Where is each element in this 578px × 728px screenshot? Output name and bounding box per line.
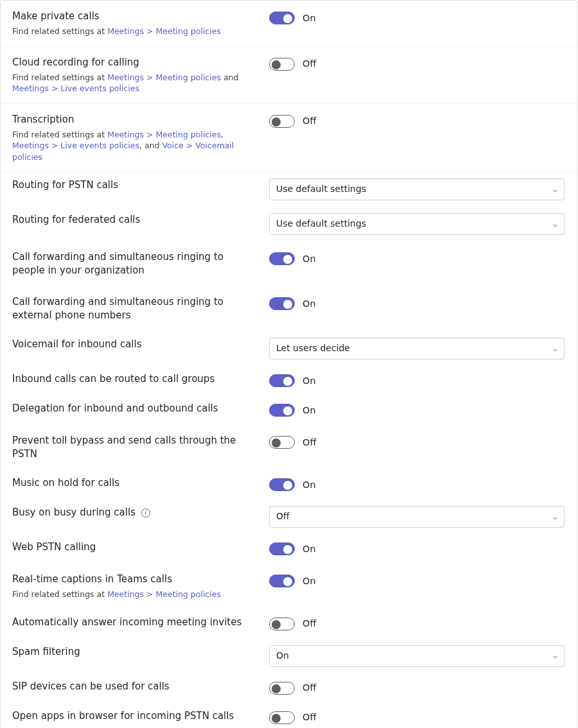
select-busy-on-busy[interactable]: Off ⌵: [269, 506, 565, 528]
select-value: Use default settings: [276, 218, 553, 230]
setting-title: Automatically answer incoming meeting in…: [12, 616, 256, 629]
toggle-state-label: Off: [302, 436, 316, 449]
link-live-events-policies[interactable]: Meetings > Live events policies: [12, 141, 139, 150]
link-meeting-policies[interactable]: Meetings > Meeting policies: [107, 73, 221, 82]
chevron-down-icon: ⌵: [553, 512, 557, 523]
select-value: Off: [276, 510, 553, 523]
setting-hint: Find related settings at Meetings > Meet…: [12, 129, 256, 163]
row-music-on-hold: Music on hold for calls On: [1, 470, 577, 499]
toggle-sip-devices[interactable]: [269, 682, 295, 695]
setting-hint: Find related settings at Meetings > Meet…: [12, 72, 256, 94]
row-busy-on-busy: Busy on busy during calls i Off ⌵: [1, 499, 577, 534]
row-routing-pstn: Routing for PSTN calls Use default setti…: [1, 172, 577, 207]
toggle-realtime-captions[interactable]: [269, 575, 295, 587]
toggle-transcription[interactable]: [269, 115, 295, 128]
row-voicemail-inbound: Voicemail for inbound calls Let users de…: [1, 331, 577, 366]
toggle-web-pstn[interactable]: [269, 542, 295, 555]
setting-title: Make private calls: [12, 10, 256, 23]
row-spam-filtering: Spam filtering On ⌵: [1, 639, 577, 673]
row-auto-answer: Automatically answer incoming meeting in…: [1, 609, 577, 639]
setting-title: Routing for federated calls: [12, 213, 256, 227]
select-value: Let users decide: [276, 342, 553, 355]
toggle-toll-bypass[interactable]: [269, 436, 295, 449]
row-routing-federated: Routing for federated calls Use default …: [1, 207, 577, 241]
row-sip-devices: SIP devices can be used for calls Off: [1, 673, 577, 703]
setting-title: Web PSTN calling: [12, 541, 256, 554]
toggle-state-label: Off: [302, 617, 316, 630]
select-spam-filtering[interactable]: On ⌵: [269, 645, 565, 667]
row-call-groups: Inbound calls can be routed to call grou…: [1, 366, 577, 395]
row-open-apps-browser: Open apps in browser for incoming PSTN c…: [1, 703, 577, 729]
toggle-state-label: On: [302, 374, 316, 387]
setting-title: Call forwarding and simultaneous ringing…: [12, 250, 256, 277]
toggle-open-apps-browser[interactable]: [269, 711, 295, 724]
chevron-down-icon: ⌵: [553, 343, 557, 354]
toggle-state-label: On: [302, 252, 316, 265]
toggle-state-label: On: [302, 575, 316, 587]
toggle-state-label: On: [302, 297, 316, 310]
toggle-call-groups[interactable]: [269, 374, 295, 387]
row-web-pstn: Web PSTN calling On: [1, 534, 577, 564]
setting-title: Real-time captions in Teams calls: [12, 573, 256, 586]
setting-title: Voicemail for inbound calls: [12, 338, 256, 351]
select-routing-pstn[interactable]: Use default settings ⌵: [269, 178, 565, 200]
row-transcription: Transcription Find related settings at M…: [1, 104, 577, 173]
link-meeting-policies[interactable]: Meetings > Meeting policies: [107, 589, 221, 599]
toggle-auto-answer[interactable]: [269, 618, 295, 630]
setting-title: Inbound calls can be routed to call grou…: [12, 372, 256, 386]
row-delegation: Delegation for inbound and outbound call…: [1, 395, 577, 425]
row-cloud-recording: Cloud recording for calling Find related…: [1, 47, 577, 104]
setting-hint: Find related settings at Meetings > Meet…: [12, 26, 256, 37]
setting-title: SIP devices can be used for calls: [12, 680, 256, 693]
setting-title: Delegation for inbound and outbound call…: [12, 402, 256, 415]
setting-title: Call forwarding and simultaneous ringing…: [12, 295, 256, 322]
setting-title: Routing for PSTN calls: [12, 178, 256, 192]
chevron-down-icon: ⌵: [553, 219, 557, 230]
select-value: Use default settings: [276, 183, 553, 196]
setting-title: Music on hold for calls: [12, 476, 256, 490]
setting-title: Prevent toll bypass and send calls throu…: [12, 434, 256, 461]
toggle-state-label: Off: [302, 681, 316, 694]
link-meeting-policies[interactable]: Meetings > Meeting policies: [107, 130, 221, 139]
toggle-make-private-calls[interactable]: [269, 12, 295, 24]
row-make-private-calls: Make private calls Find related settings…: [1, 1, 577, 47]
setting-hint: Find related settings at Meetings > Meet…: [12, 589, 256, 600]
toggle-delegation[interactable]: [269, 404, 295, 417]
info-icon[interactable]: i: [141, 508, 150, 517]
row-toll-bypass: Prevent toll bypass and send calls throu…: [1, 425, 577, 470]
link-live-events-policies[interactable]: Meetings > Live events policies: [12, 83, 139, 93]
link-meeting-policies[interactable]: Meetings > Meeting policies: [107, 26, 221, 36]
setting-title: Open apps in browser for incoming PSTN c…: [12, 709, 256, 723]
toggle-state-label: On: [302, 404, 316, 417]
toggle-state-label: On: [302, 478, 316, 491]
toggle-cf-internal[interactable]: [269, 252, 295, 265]
select-voicemail-inbound[interactable]: Let users decide ⌵: [269, 338, 565, 360]
chevron-down-icon: ⌵: [553, 184, 557, 195]
toggle-state-label: Off: [302, 114, 316, 127]
calling-policy-panel: Make private calls Find related settings…: [0, 0, 578, 728]
toggle-state-label: Off: [302, 57, 316, 70]
chevron-down-icon: ⌵: [553, 650, 557, 661]
toggle-state-label: Off: [302, 711, 316, 724]
setting-title: Cloud recording for calling: [12, 56, 256, 69]
row-cf-external: Call forwarding and simultaneous ringing…: [1, 286, 577, 331]
select-routing-federated[interactable]: Use default settings ⌵: [269, 213, 565, 235]
row-cf-internal: Call forwarding and simultaneous ringing…: [1, 241, 577, 286]
setting-title: Busy on busy during calls i: [12, 506, 256, 519]
row-realtime-captions: Real-time captions in Teams calls Find r…: [1, 564, 577, 609]
toggle-state-label: On: [302, 542, 316, 555]
toggle-cloud-recording[interactable]: [269, 58, 295, 71]
setting-title: Transcription: [12, 113, 256, 126]
toggle-state-label: On: [302, 12, 316, 24]
toggle-cf-external[interactable]: [269, 297, 295, 310]
setting-title: Spam filtering: [12, 645, 256, 659]
toggle-music-on-hold[interactable]: [269, 478, 295, 491]
select-value: On: [276, 650, 553, 663]
